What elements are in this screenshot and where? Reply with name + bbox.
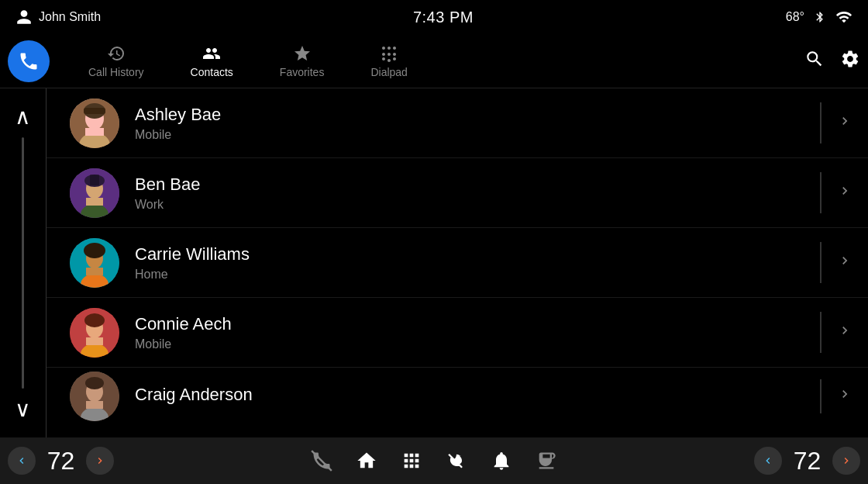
contact-type-connie: Mobile — [135, 337, 804, 351]
bluetooth-icon — [814, 9, 826, 26]
nav-bar: Call History Contacts Favorites Dialpad — [0, 34, 868, 88]
divider-ben — [820, 172, 822, 213]
scroll-up-button[interactable]: ∧ — [15, 104, 31, 130]
user-icon — [16, 9, 33, 26]
divider-ashley — [820, 102, 822, 143]
contact-item-carrie[interactable]: Carrie Williams Home — [46, 228, 868, 298]
settings-button[interactable] — [840, 49, 860, 74]
svg-point-16 — [84, 243, 105, 258]
contact-info-ashley: Ashley Bae Mobile — [135, 105, 804, 142]
right-temp-control: 72 — [754, 447, 860, 475]
contact-type-carrie: Home — [135, 268, 804, 282]
status-time: 7:43 PM — [413, 9, 474, 26]
left-temp-value: 72 — [40, 447, 82, 475]
phone-mute-button[interactable] — [311, 450, 332, 472]
avatar-ben — [70, 168, 119, 218]
search-button[interactable] — [804, 49, 825, 74]
svg-point-26 — [85, 377, 104, 389]
contact-item-ashley[interactable]: Ashley Bae Mobile — [46, 88, 868, 158]
svg-rect-20 — [86, 337, 103, 345]
signal-icon — [835, 9, 852, 26]
svg-line-27 — [312, 451, 332, 471]
svg-point-21 — [84, 313, 105, 327]
contact-item-craig[interactable]: Craig Anderson — [46, 368, 868, 425]
contact-name-ashley: Ashley Bae — [135, 105, 804, 125]
contact-item-connie[interactable]: Connie Aech Mobile — [46, 298, 868, 368]
svg-rect-5 — [84, 108, 105, 114]
tab-call-history[interactable]: Call History — [65, 38, 167, 85]
divider-carrie — [820, 242, 822, 283]
contact-info-craig: Craig Anderson — [135, 385, 804, 408]
temperature-display: 68° — [786, 10, 804, 24]
tab-dialpad-label: Dialpad — [370, 66, 407, 78]
right-temp-increase[interactable] — [832, 447, 860, 475]
svg-rect-11 — [90, 175, 99, 185]
contact-name-craig: Craig Anderson — [135, 385, 804, 405]
contact-info-ben: Ben Bae Work — [135, 175, 804, 212]
left-temp-decrease[interactable] — [8, 447, 36, 475]
avatar-connie — [70, 308, 119, 358]
contact-type-ben: Work — [135, 198, 804, 212]
left-temp-increase[interactable] — [86, 447, 114, 475]
chevron-ashley[interactable] — [837, 113, 852, 133]
chevron-connie[interactable] — [837, 323, 852, 343]
contacts-icon — [202, 44, 221, 63]
contact-type-ashley: Mobile — [135, 128, 804, 142]
favorites-icon — [293, 44, 312, 63]
contact-name-connie: Connie Aech — [135, 314, 804, 334]
chevron-carrie[interactable] — [837, 253, 852, 273]
status-left: John Smith — [16, 9, 101, 26]
tab-favorites-label: Favorites — [280, 66, 325, 78]
notification-button[interactable] — [491, 450, 512, 472]
svg-rect-25 — [86, 401, 103, 409]
tab-contacts-label: Contacts — [191, 66, 233, 78]
scroll-track — [22, 137, 24, 389]
dialpad-icon — [380, 44, 398, 63]
phone-button[interactable] — [8, 40, 50, 82]
tab-call-history-label: Call History — [88, 66, 144, 78]
right-temp-decrease[interactable] — [754, 447, 782, 475]
contact-info-carrie: Carrie Williams Home — [135, 244, 804, 282]
tab-dialpad[interactable]: Dialpad — [347, 38, 430, 85]
nav-tabs: Call History Contacts Favorites Dialpad — [65, 38, 804, 85]
heated-seat-button[interactable] — [536, 450, 557, 472]
svg-rect-9 — [86, 198, 103, 206]
chevron-craig[interactable] — [837, 386, 852, 406]
tab-favorites[interactable]: Favorites — [257, 38, 348, 85]
history-icon — [107, 44, 126, 63]
chevron-ben[interactable] — [837, 183, 852, 203]
svg-rect-15 — [86, 268, 103, 275]
divider-connie — [820, 312, 822, 353]
contact-name-carrie: Carrie Williams — [135, 244, 804, 264]
contact-info-connie: Connie Aech Mobile — [135, 314, 804, 351]
nav-actions — [804, 49, 860, 74]
contact-item-ben[interactable]: Ben Bae Work — [46, 158, 868, 228]
contact-name-ben: Ben Bae — [135, 175, 804, 195]
avatar-carrie — [70, 238, 119, 288]
left-temp-control: 72 — [8, 447, 114, 475]
scroll-down-button[interactable]: ∨ — [15, 396, 31, 422]
bottom-bar: 72 — [0, 437, 868, 484]
tab-contacts[interactable]: Contacts — [167, 38, 257, 85]
status-right: 68° — [786, 9, 852, 26]
right-temp-value: 72 — [786, 447, 828, 475]
contact-list: Ashley Bae Mobile Ben Bae — [46, 88, 868, 437]
divider-craig — [820, 379, 822, 413]
fan-button[interactable] — [446, 450, 467, 472]
apps-button[interactable] — [401, 450, 422, 472]
contacts-area: ∧ ∨ Ashley Bae Mobile — [0, 88, 868, 437]
user-name: John Smith — [39, 10, 101, 24]
bottom-controls — [311, 450, 557, 472]
status-bar: John Smith 7:43 PM 68° — [0, 0, 868, 34]
home-button[interactable] — [356, 450, 377, 472]
scroll-control: ∧ ∨ — [0, 88, 46, 437]
svg-rect-3 — [85, 128, 104, 136]
avatar-craig — [70, 372, 119, 421]
avatar-ashley — [70, 99, 119, 148]
